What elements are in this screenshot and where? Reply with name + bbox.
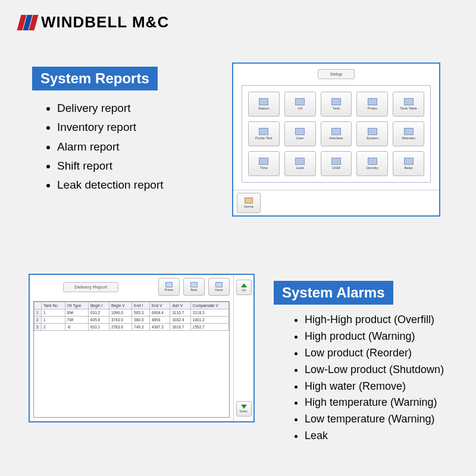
setup-tile-tank[interactable]: Tank: [321, 92, 352, 117]
cell: 645.6: [88, 317, 109, 324]
tile-label: Leak: [296, 166, 304, 170]
report-title-button[interactable]: Delivery Report: [63, 282, 118, 292]
col-header: Add V: [170, 302, 190, 309]
tile-label: Maintain: [402, 136, 415, 140]
setup-tile-gsm[interactable]: GSM: [321, 151, 352, 176]
alarm-item: High temperature (Warning): [305, 394, 444, 411]
setup-title-button[interactable]: Setup: [318, 69, 355, 79]
user-icon: [295, 128, 305, 135]
system-alarms-list: High-High product (Overfill) High produc…: [294, 312, 444, 444]
delivery-report-table: Tank No Oil Type Begin I Begin V End I E…: [34, 302, 229, 331]
brand-mark-icon: [19, 15, 36, 30]
table-row[interactable]: 2 1 70# 645.6 3743.0 360.3 4893 1032.4 1…: [35, 317, 229, 324]
cell: -E: [65, 324, 88, 331]
tile-label: Oil: [298, 107, 302, 110]
alarm-item: Leak: [305, 428, 444, 444]
setup-tile-beep[interactable]: Beep: [393, 151, 424, 176]
setup-tile-station[interactable]: Station: [248, 92, 280, 117]
report-item: Delivery report: [57, 99, 164, 118]
setup-tile-maintain[interactable]: Maintain: [393, 121, 424, 146]
tile-label: Beep: [405, 166, 413, 170]
report-toolbar: Delivery Report Printer Back Home: [30, 275, 233, 299]
tile-label: User: [296, 136, 304, 140]
setup-home-button[interactable]: Home: [237, 193, 261, 213]
cell: 010.2: [88, 309, 109, 317]
btn-label: Home: [215, 288, 223, 292]
alarm-item: High product (Warning): [305, 328, 444, 345]
oil-icon: [295, 98, 305, 105]
cell: 3118.3: [190, 309, 228, 317]
tile-label: Station: [258, 107, 270, 110]
alarm-item: Low temperature (Warning): [305, 411, 444, 428]
btn-label: Printer: [165, 288, 174, 292]
report-table-container: Tank No Oil Type Begin I Begin V End I E…: [33, 301, 230, 418]
row-index-header: [35, 302, 42, 309]
setup-tile-tanktable[interactable]: Tank Table: [393, 92, 424, 117]
cell: 70#: [65, 317, 88, 324]
col-header: End I: [132, 302, 150, 309]
tile-label: Interface: [329, 136, 343, 140]
beep-icon: [404, 158, 414, 165]
table-row[interactable]: 1 1 89# 010.2 1090.0 503.3 6004.4 3110.7…: [35, 309, 229, 317]
setup-tile-user[interactable]: User: [284, 121, 316, 146]
alarm-item: High-High product (Overfill): [305, 312, 444, 328]
setup-header: Setup: [233, 64, 439, 82]
maintain-icon: [404, 128, 414, 135]
setup-panel: Setup Station Oil Tank Probe Tank Table …: [232, 62, 440, 217]
cell: 3743.0: [109, 317, 131, 324]
tanktable-icon: [404, 98, 414, 105]
tile-label: GSM: [332, 166, 340, 170]
home-button[interactable]: Home: [208, 278, 230, 296]
brand-logo: WINDBELL M&C: [19, 13, 169, 32]
row-index: 1: [35, 309, 42, 317]
scroll-down-button[interactable]: Down: [236, 401, 252, 416]
system-reports-heading: System Reports: [32, 67, 158, 90]
cell: 1001.2: [190, 317, 228, 324]
tile-label: Density: [367, 166, 378, 170]
cell: 2783.6: [109, 324, 131, 331]
back-button[interactable]: Back: [183, 278, 205, 296]
setup-tile-leak[interactable]: Leak: [284, 151, 316, 176]
back-icon: [190, 282, 198, 287]
cell: 3110.7: [170, 309, 190, 317]
setup-tile-interface[interactable]: Interface: [321, 121, 352, 146]
printer-button[interactable]: Printer: [158, 278, 180, 296]
cell: 4387.3: [149, 324, 170, 331]
scroll-up-button[interactable]: Up: [236, 280, 252, 295]
probetest-icon: [259, 128, 268, 135]
setup-tile-system[interactable]: System: [356, 121, 388, 146]
cell: 1090.0: [109, 309, 131, 317]
setup-tile-density[interactable]: Density: [356, 151, 388, 176]
setup-tile-time[interactable]: Time: [248, 151, 280, 176]
time-icon: [259, 158, 268, 165]
btn-label: Up: [242, 288, 245, 292]
col-header: Begin V: [109, 302, 131, 309]
setup-tile-oil[interactable]: Oil: [284, 92, 316, 117]
table-row[interactable]: 3 2 -E 810.1 2783.6 749.3 4387.3 1618.7 …: [35, 324, 229, 331]
cell: 89#: [65, 309, 88, 317]
setup-tile-probetest[interactable]: Probe Test: [248, 121, 280, 146]
system-reports-section: System Reports Delivery report Inventory…: [32, 67, 164, 195]
col-header: Compansate V: [190, 302, 228, 309]
probe-icon: [368, 98, 377, 105]
interface-icon: [331, 128, 341, 135]
cell: 1618.7: [170, 324, 190, 331]
density-icon: [368, 158, 377, 165]
printer-icon: [165, 282, 173, 287]
home-icon: [245, 198, 253, 203]
cell: 2: [42, 324, 65, 331]
report-item: Inventory report: [57, 118, 164, 137]
system-reports-list: Delivery report Inventory report Alarm r…: [46, 99, 164, 195]
tile-label: Time: [260, 166, 268, 170]
cell: 810.1: [88, 324, 109, 331]
report-item: Shift report: [57, 156, 164, 176]
setup-tile-probe[interactable]: Probe: [356, 92, 388, 117]
system-alarms-section: System Alarms High-High product (Overfil…: [274, 281, 444, 444]
alarm-item: Low product (Reorder): [305, 345, 444, 362]
system-alarms-heading: System Alarms: [274, 281, 393, 305]
setup-tile-grid: Station Oil Tank Probe Tank Table Probe …: [248, 92, 424, 176]
leak-icon: [295, 158, 305, 165]
station-icon: [259, 98, 268, 105]
btn-label: Down: [240, 409, 248, 413]
system-icon: [368, 128, 377, 135]
